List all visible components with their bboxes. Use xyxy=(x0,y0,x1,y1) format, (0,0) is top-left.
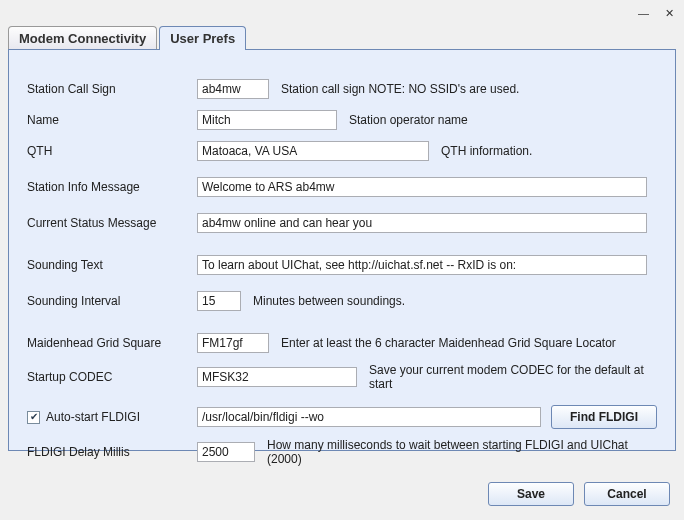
codec-hint: Save your current modem CODEC for the de… xyxy=(369,363,657,391)
fldigi-path-input[interactable] xyxy=(197,407,541,427)
minimize-icon[interactable]: — xyxy=(638,7,649,19)
codec-label: Startup CODEC xyxy=(27,370,197,384)
name-hint: Station operator name xyxy=(349,113,468,127)
sounding-label: Sounding Text xyxy=(27,258,197,272)
autostart-checkbox[interactable]: ✔ Auto-start FLDIGI xyxy=(27,410,197,424)
qth-hint: QTH information. xyxy=(441,144,532,158)
callsign-hint: Station call sign NOTE: NO SSID's are us… xyxy=(281,82,519,96)
delay-input[interactable] xyxy=(197,442,255,462)
name-input[interactable] xyxy=(197,110,337,130)
save-button[interactable]: Save xyxy=(488,482,574,506)
cancel-button[interactable]: Cancel xyxy=(584,482,670,506)
name-label: Name xyxy=(27,113,197,127)
tab-modem-connectivity[interactable]: Modem Connectivity xyxy=(8,26,157,50)
grid-input[interactable] xyxy=(197,333,269,353)
interval-hint: Minutes between soundings. xyxy=(253,294,405,308)
status-label: Current Status Message xyxy=(27,216,197,230)
user-prefs-pane: Station Call Sign Station call sign NOTE… xyxy=(8,49,676,451)
grid-label: Maidenhead Grid Square xyxy=(27,336,197,350)
stationinfo-input[interactable] xyxy=(197,177,647,197)
status-input[interactable] xyxy=(197,213,647,233)
callsign-label: Station Call Sign xyxy=(27,82,197,96)
autostart-label: Auto-start FLDIGI xyxy=(46,410,140,424)
stationinfo-label: Station Info Message xyxy=(27,180,197,194)
codec-input[interactable] xyxy=(197,367,357,387)
grid-hint: Enter at least the 6 character Maidenhea… xyxy=(281,336,616,350)
delay-label: FLDIGI Delay Millis xyxy=(27,445,197,459)
sounding-input[interactable] xyxy=(197,255,647,275)
callsign-input[interactable] xyxy=(197,79,269,99)
delay-hint: How many milliseconds to wait between st… xyxy=(267,438,657,466)
tab-user-prefs[interactable]: User Prefs xyxy=(159,26,246,50)
qth-input[interactable] xyxy=(197,141,429,161)
find-fldigi-button[interactable]: Find FLDIGI xyxy=(551,405,657,429)
checkbox-icon: ✔ xyxy=(27,411,40,424)
close-icon[interactable]: ✕ xyxy=(665,7,674,20)
interval-label: Sounding Interval xyxy=(27,294,197,308)
qth-label: QTH xyxy=(27,144,197,158)
interval-input[interactable] xyxy=(197,291,241,311)
